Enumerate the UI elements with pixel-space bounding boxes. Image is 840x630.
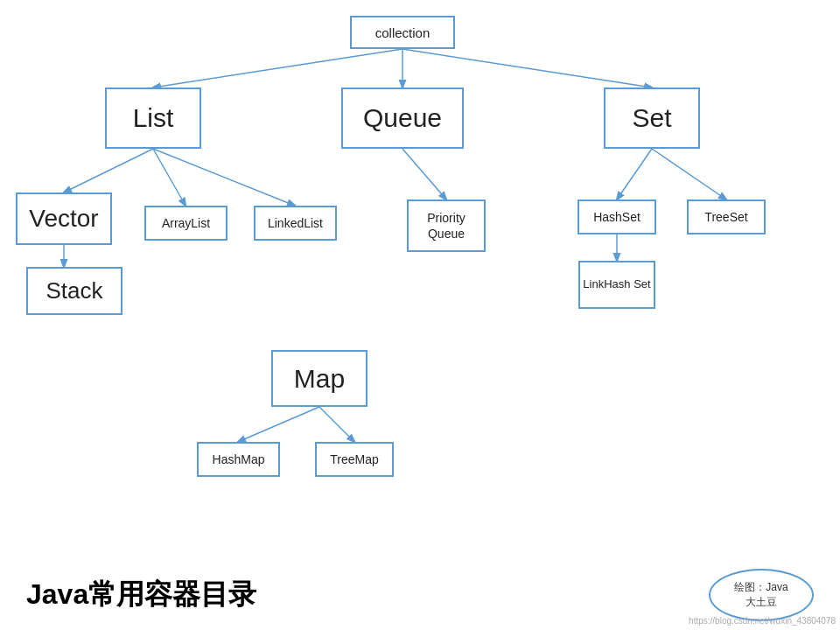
node-linkhashset: LinkHash Set [578,261,655,309]
svg-line-11 [238,407,319,442]
arraylist-label: ArrayList [162,216,210,230]
node-treemap: TreeMap [315,442,394,477]
connectors-svg [0,0,840,560]
node-list: List [105,88,201,149]
priorityqueue-label: Priority Queue [409,210,484,242]
set-label: Set [632,103,671,133]
node-linkedlist: LinkedList [254,206,337,241]
hashset-label: HashSet [593,210,640,224]
collection-label: collection [375,25,430,40]
watermark: https://blog.csdn.net/wuxin_43804078 [689,616,840,626]
node-vector: Vector [16,192,112,245]
node-treeset: TreeSet [687,200,766,234]
list-label: List [133,103,174,133]
svg-line-5 [153,149,295,206]
svg-line-2 [402,49,652,88]
node-stack: Stack [26,267,122,315]
node-map: Map [271,350,368,407]
badge-line1: 绘图：Java [734,580,788,595]
node-hashmap: HashMap [197,442,280,477]
queue-label: Queue [363,103,442,133]
diagram-area: collection List Queue Set Vector Stack A… [0,0,840,560]
map-label: Map [294,364,345,394]
node-collection: collection [350,16,455,49]
stack-label: Stack [46,277,102,304]
node-arraylist: ArrayList [144,206,228,241]
svg-line-9 [652,149,726,200]
footer-badge: 绘图：Java 大土豆 [709,569,814,621]
node-hashset: HashSet [578,200,656,234]
svg-line-4 [153,149,186,206]
footer-title: Java常用容器目录 [26,576,256,614]
badge-line2: 大土豆 [746,595,777,610]
svg-line-12 [319,407,354,442]
svg-line-0 [153,49,402,88]
treeset-label: TreeSet [704,210,747,224]
treemap-label: TreeMap [330,452,379,466]
linkhashset-label: LinkHash Set [583,277,650,292]
node-set: Set [604,88,700,149]
footer: Java常用容器目录 绘图：Java 大土豆 https://blog.csdn… [0,560,840,630]
vector-label: Vector [29,205,98,233]
svg-line-8 [617,149,652,200]
svg-line-7 [402,149,446,200]
node-queue: Queue [341,88,464,149]
linkedlist-label: LinkedList [268,216,323,230]
node-priorityqueue: Priority Queue [407,200,486,252]
hashmap-label: HashMap [213,452,265,466]
svg-line-3 [64,149,153,192]
